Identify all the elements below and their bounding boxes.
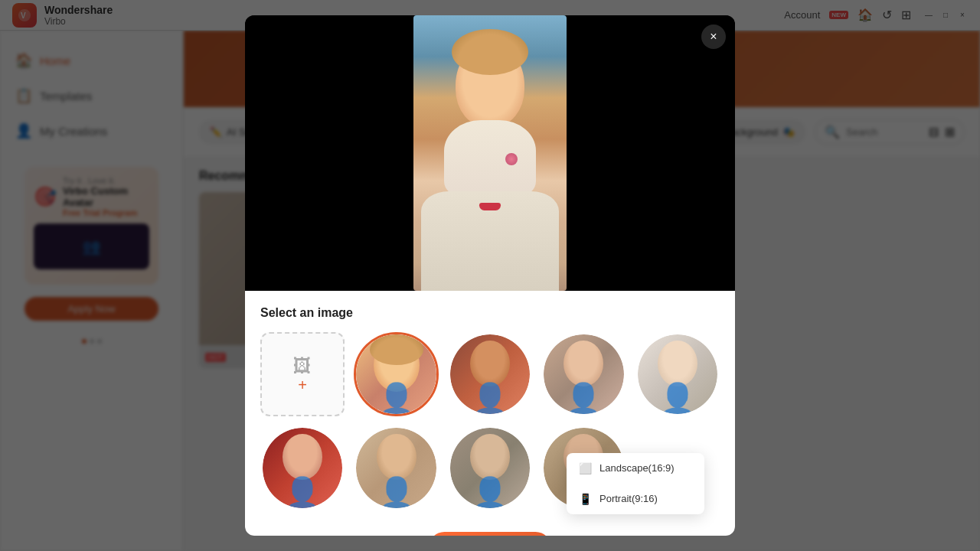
portrait-icon: 📱	[579, 493, 592, 505]
select-image-section: Select an image 🖼 +	[245, 291, 735, 536]
landscape-icon: ⬜	[579, 462, 592, 474]
preview-portrait	[413, 15, 567, 291]
select-image-modal: × Select an image 🖼 +	[245, 15, 735, 536]
avatar-circle-2	[450, 334, 530, 414]
avatar-circle-1	[356, 334, 436, 414]
avatar-item-4[interactable]	[635, 332, 720, 416]
modal-close-button[interactable]: ×	[701, 24, 726, 49]
select-image-title: Select an image	[260, 306, 720, 320]
upload-image-icon: 🖼	[293, 355, 312, 377]
landscape-option[interactable]: ⬜ Landscape(16:9)	[567, 453, 704, 484]
modal-overlay: × Select an image 🖼 +	[0, 0, 980, 551]
avatar-circle-4	[638, 334, 717, 414]
avatar-item-1[interactable]	[354, 332, 438, 416]
modal-preview	[245, 15, 735, 291]
upload-plus-icon: +	[298, 377, 307, 394]
avatar-item-3[interactable]	[541, 332, 626, 416]
portrait-label: Portrait(9:16)	[599, 493, 658, 504]
bottom-bar: ⬜ Landscape(16:9) 📱 Portrait(9:16) + Cre…	[260, 510, 720, 536]
avatar-item-5[interactable]	[260, 425, 345, 510]
landscape-label: Landscape(16:9)	[599, 462, 675, 474]
avatar-item-2[interactable]	[448, 332, 532, 416]
avatar-item-7[interactable]	[448, 425, 532, 510]
avatar-circle-3	[544, 334, 623, 414]
create-video-button[interactable]: + Create Video	[429, 532, 551, 536]
avatar-circle-6	[356, 428, 436, 507]
avatar-circle-5	[263, 428, 342, 507]
avatar-circle-7	[450, 428, 530, 507]
portrait-option[interactable]: 📱 Portrait(9:16)	[567, 484, 704, 514]
aspect-ratio-dropdown: ⬜ Landscape(16:9) 📱 Portrait(9:16)	[567, 453, 704, 514]
upload-placeholder[interactable]: 🖼 +	[260, 332, 345, 416]
avatar-item-6[interactable]	[354, 425, 438, 510]
